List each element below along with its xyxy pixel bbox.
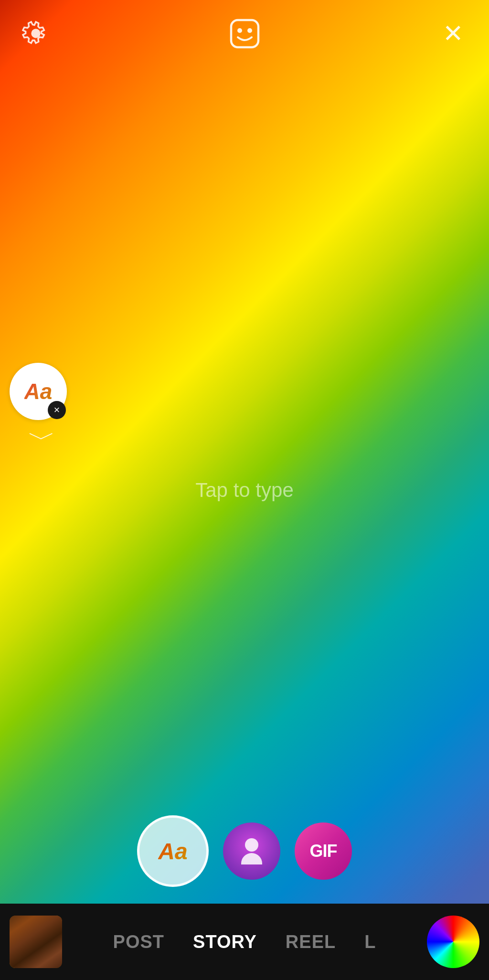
svg-point-2 — [247, 28, 252, 33]
top-bar: ✕ — [0, 0, 489, 53]
color-wheel-button[interactable] — [427, 916, 479, 968]
gif-tool-button[interactable]: GIF — [295, 822, 352, 880]
chevron-down-icon[interactable]: 〉 — [27, 430, 53, 456]
font-style-button[interactable]: Aa × — [10, 363, 67, 420]
tab-post[interactable]: POST — [113, 932, 164, 952]
font-badge-area: Aa × 〉 — [10, 363, 67, 456]
svg-point-1 — [237, 28, 242, 33]
svg-rect-0 — [231, 20, 258, 47]
avatar-tool-button[interactable] — [223, 822, 280, 880]
font-style-close-button[interactable]: × — [48, 401, 66, 419]
text-tool-button[interactable]: Aa — [137, 815, 209, 887]
gallery-thumbnail[interactable] — [10, 916, 62, 968]
gif-label: GIF — [310, 841, 337, 861]
sticker-button[interactable] — [228, 17, 261, 50]
tab-reel[interactable]: REEL — [286, 932, 336, 952]
close-button[interactable]: ✕ — [436, 17, 470, 50]
close-icon: × — [54, 404, 60, 416]
bottom-nav: POST STORY REEL L — [0, 904, 489, 980]
font-style-label: Aa — [24, 379, 53, 404]
settings-button[interactable] — [19, 17, 53, 50]
tap-to-type-hint[interactable]: Tap to type — [195, 479, 293, 502]
gallery-thumb-image — [10, 916, 62, 968]
bottom-toolbar: Aa GIF — [0, 803, 489, 899]
tab-story[interactable]: STORY — [193, 932, 257, 952]
close-icon: ✕ — [443, 21, 464, 46]
nav-tabs: POST STORY REEL L — [113, 932, 376, 952]
avatar-icon — [239, 838, 265, 864]
tab-live[interactable]: L — [364, 932, 376, 952]
canvas-background[interactable]: ✕ Tap to type Aa × 〉 Aa GIF — [0, 0, 489, 980]
text-tool-label: Aa — [158, 838, 187, 864]
